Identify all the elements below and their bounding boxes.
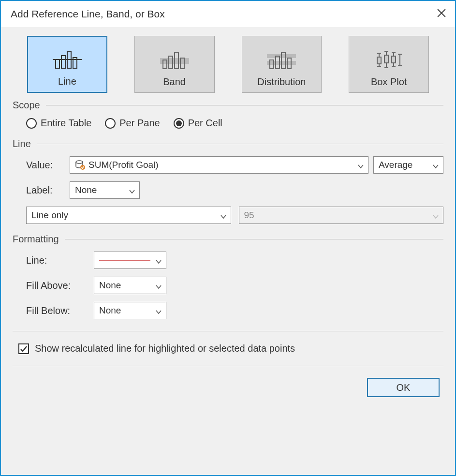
chevron-down-icon: [432, 162, 439, 168]
scope-section: Scope Entire Table Per Pane Per Cell: [13, 100, 443, 129]
line-heading: Line: [13, 138, 31, 149]
line-style-row: Line:: [13, 252, 443, 269]
divider: [37, 144, 443, 144]
line-section: Line Value:: [13, 138, 443, 224]
button-bar: OK: [13, 378, 443, 397]
fill-below-text: None: [99, 305, 121, 316]
titlebar: Add Reference Line, Band, or Box: [1, 1, 455, 27]
svg-rect-2: [56, 60, 59, 68]
chevron-down-icon: [432, 212, 439, 219]
boxplot-icon: [374, 49, 403, 70]
aggregation-select[interactable]: Average: [373, 156, 443, 174]
radio-per-cell[interactable]: Per Cell: [174, 118, 222, 129]
label-select-text: None: [75, 185, 97, 195]
chevron-down-icon: [155, 257, 162, 264]
dialog-window: Add Reference Line, Band, or Box: [0, 0, 456, 476]
chevron-down-icon: [129, 187, 135, 193]
mode-row: Line only 95: [13, 207, 443, 224]
tab-band[interactable]: Band: [134, 36, 215, 93]
fill-above-select[interactable]: None: [94, 277, 166, 294]
line-icon: [53, 49, 82, 69]
fill-below-select[interactable]: None: [94, 302, 166, 319]
radio-icon: [105, 118, 116, 129]
value-row: Value: SUM(Profit Goal): [13, 156, 443, 174]
chevron-down-icon: [357, 162, 364, 168]
mode-select[interactable]: Line only: [26, 207, 231, 224]
close-button[interactable]: [432, 4, 451, 24]
tab-distribution-label: Distribution: [257, 76, 306, 88]
tab-line[interactable]: Line: [27, 36, 107, 93]
checkbox-icon: [18, 343, 29, 354]
fill-above-text: None: [99, 280, 121, 291]
formatting-heading: Formatting: [13, 234, 59, 245]
ok-button[interactable]: OK: [367, 378, 440, 397]
chevron-down-icon: [220, 212, 227, 219]
fill-below-row: Fill Below: None: [13, 302, 443, 319]
percent-select: 95: [239, 207, 444, 224]
mode-text: Line only: [31, 210, 68, 221]
radio-entire-table-label: Entire Table: [41, 118, 91, 129]
dialog-content: Line Band: [1, 27, 455, 475]
tab-distribution[interactable]: Distribution: [242, 36, 322, 93]
radio-per-cell-label: Per Cell: [188, 118, 222, 129]
recalculate-checkbox-row[interactable]: Show recalculated line for highlighted o…: [13, 343, 443, 354]
label-select[interactable]: None: [70, 181, 140, 199]
scope-heading: Scope: [13, 100, 40, 111]
aggregation-text: Average: [379, 160, 412, 170]
chevron-down-icon: [155, 282, 162, 289]
type-tabs: Line Band: [13, 36, 443, 93]
scope-radios: Entire Table Per Pane Per Cell: [13, 118, 443, 129]
chevron-down-icon: [155, 307, 162, 314]
close-icon: [437, 9, 446, 20]
fill-below-label: Fill Below:: [26, 305, 89, 316]
percent-text: 95: [244, 210, 254, 221]
divider: [13, 331, 443, 331]
recalculate-label: Show recalculated line for highlighted o…: [35, 343, 295, 354]
fill-above-label: Fill Above:: [26, 280, 89, 291]
tab-boxplot-label: Box Plot: [371, 76, 407, 88]
divider: [65, 239, 443, 239]
tab-line-label: Line: [58, 76, 76, 87]
divider: [46, 105, 443, 105]
svg-point-34: [80, 165, 85, 170]
svg-rect-25: [384, 55, 388, 63]
dialog-title: Add Reference Line, Band, or Box: [11, 8, 165, 20]
value-label: Value:: [26, 160, 65, 171]
formatting-section: Formatting Line: Fill Above: None Fill B…: [13, 234, 443, 319]
ok-button-label: OK: [397, 382, 411, 393]
line-style-label: Line:: [26, 255, 89, 266]
svg-rect-21: [377, 57, 381, 64]
fill-above-row: Fill Above: None: [13, 277, 443, 294]
radio-per-pane-label: Per Pane: [119, 118, 160, 129]
svg-rect-3: [61, 56, 65, 68]
label-row: Label: None: [13, 181, 443, 199]
line-sample-icon: [99, 260, 150, 261]
radio-icon: [26, 118, 37, 129]
svg-point-33: [76, 161, 83, 164]
label-label: Label:: [26, 185, 65, 196]
distribution-icon: [267, 49, 296, 70]
value-select-text: SUM(Profit Goal): [88, 160, 159, 170]
band-icon: [160, 49, 189, 70]
tab-boxplot[interactable]: Box Plot: [349, 36, 429, 93]
divider: [13, 366, 443, 366]
radio-per-pane[interactable]: Per Pane: [105, 118, 160, 129]
datasource-icon: [75, 160, 86, 170]
tab-band-label: Band: [163, 76, 186, 88]
value-select[interactable]: SUM(Profit Goal): [70, 156, 368, 174]
line-style-select[interactable]: [94, 252, 166, 269]
radio-entire-table[interactable]: Entire Table: [26, 118, 91, 129]
svg-rect-29: [392, 56, 396, 63]
radio-icon: [174, 118, 184, 129]
